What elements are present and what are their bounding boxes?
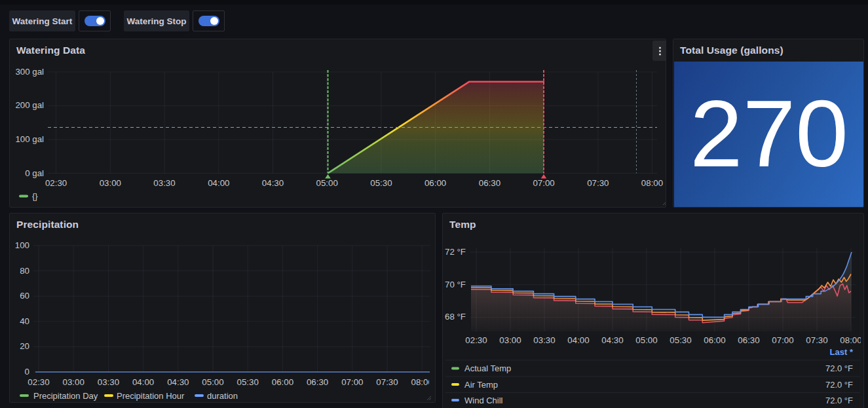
svg-text:05:30: 05:30 (370, 178, 392, 188)
svg-text:07:00: 07:00 (341, 377, 363, 387)
svg-text:02:30: 02:30 (28, 377, 49, 387)
svg-text:02:30: 02:30 (45, 178, 67, 188)
svg-text:05:30: 05:30 (237, 377, 259, 387)
svg-text:07:30: 07:30 (587, 178, 609, 188)
svg-text:duration: duration (207, 391, 238, 401)
svg-text:04:30: 04:30 (262, 178, 284, 188)
svg-text:06:30: 06:30 (479, 178, 500, 188)
svg-text:0 gal: 0 gal (25, 168, 44, 178)
svg-text:200 gal: 200 gal (15, 100, 44, 110)
svg-text:{}: {} (32, 191, 38, 201)
svg-text:08:00: 08:00 (840, 335, 861, 345)
svg-text:04:00: 04:00 (567, 335, 589, 345)
svg-text:08:00: 08:00 (411, 377, 433, 387)
svg-text:06:30: 06:30 (738, 335, 759, 345)
svg-text:72 °F: 72 °F (445, 247, 466, 257)
svg-text:Wind Chill: Wind Chill (464, 396, 503, 405)
svg-text:04:00: 04:00 (208, 178, 229, 188)
svg-text:06:00: 06:00 (425, 178, 446, 188)
svg-text:05:00: 05:00 (316, 178, 338, 188)
svg-text:03:00: 03:00 (499, 335, 521, 345)
svg-text:05:00: 05:00 (635, 335, 657, 345)
svg-text:05:00: 05:00 (202, 377, 223, 387)
svg-text:07:30: 07:30 (806, 335, 827, 345)
svg-text:07:00: 07:00 (772, 335, 793, 345)
svg-text:80: 80 (20, 266, 29, 276)
svg-text:100 gal: 100 gal (15, 134, 44, 144)
svg-text:72.0 °F: 72.0 °F (825, 396, 853, 405)
svg-text:06:00: 06:00 (704, 335, 725, 345)
svg-text:0: 0 (25, 367, 29, 377)
svg-text:03:30: 03:30 (533, 335, 555, 345)
svg-text:100: 100 (15, 240, 29, 250)
svg-text:07:30: 07:30 (376, 377, 398, 387)
svg-text:40: 40 (20, 316, 29, 326)
svg-text:72.0 °F: 72.0 °F (825, 380, 853, 390)
svg-text:03:00: 03:00 (63, 377, 85, 387)
svg-text:02:30: 02:30 (465, 335, 487, 345)
svg-text:04:30: 04:30 (601, 335, 623, 345)
svg-text:08:00: 08:00 (641, 178, 663, 188)
svg-text:Air Temp: Air Temp (464, 380, 498, 390)
svg-text:68 °F: 68 °F (445, 312, 466, 322)
svg-text:300 gal: 300 gal (15, 67, 44, 77)
svg-text:03:30: 03:30 (153, 178, 175, 188)
svg-text:03:00: 03:00 (100, 178, 121, 188)
svg-text:Precipitation Hour: Precipitation Hour (117, 391, 185, 401)
svg-text:07:00: 07:00 (533, 178, 554, 188)
svg-text:Precipitation Day: Precipitation Day (33, 391, 98, 401)
svg-text:04:00: 04:00 (132, 377, 154, 387)
svg-text:03:30: 03:30 (98, 377, 119, 387)
svg-text:60: 60 (20, 291, 29, 301)
svg-text:70 °F: 70 °F (445, 280, 466, 289)
svg-text:Last *: Last * (830, 347, 854, 357)
svg-text:05:30: 05:30 (670, 335, 691, 345)
svg-text:72.0 °F: 72.0 °F (825, 363, 853, 373)
svg-text:06:00: 06:00 (272, 377, 293, 387)
svg-text:20: 20 (20, 341, 29, 351)
svg-text:06:30: 06:30 (307, 377, 328, 387)
svg-text:04:30: 04:30 (167, 377, 189, 387)
svg-text:Actual Temp: Actual Temp (464, 363, 511, 373)
